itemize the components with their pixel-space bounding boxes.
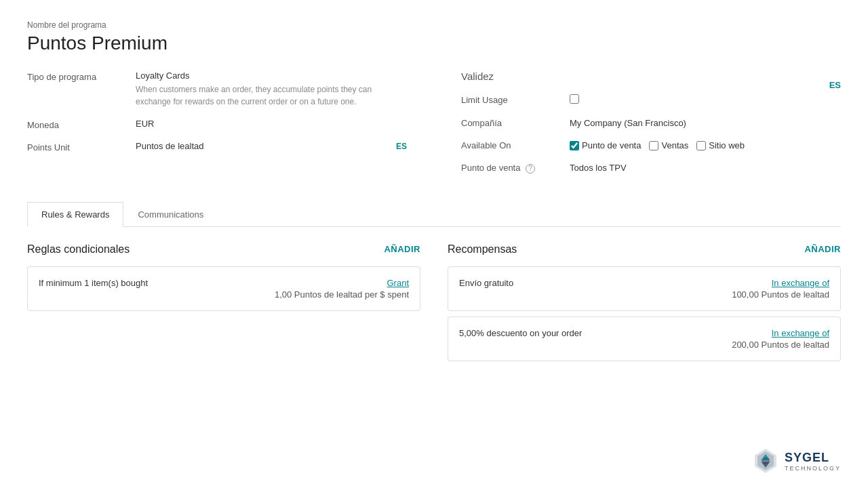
es-link-points[interactable]: ES bbox=[396, 142, 407, 151]
points-unit-with-es: Puntos de lealtad ES bbox=[136, 141, 407, 151]
reglas-header: Reglas condicionales AÑADIR bbox=[27, 243, 420, 256]
reward-exchange-link-0[interactable]: In exchange of bbox=[732, 278, 829, 288]
reward-exchange-link-1[interactable]: In exchange of bbox=[732, 328, 829, 338]
limit-usage-label: Limit Usage bbox=[461, 95, 570, 105]
logo-name: SYGEL bbox=[785, 451, 841, 465]
points-unit-value: Puntos de lealtad ES bbox=[136, 141, 407, 151]
label-ventas: Ventas bbox=[661, 140, 688, 150]
reward-right-0: In exchange of 100,00 Puntos de lealtad bbox=[732, 278, 829, 300]
compania-row: Compañía My Company (San Francisco) bbox=[461, 118, 841, 128]
logo-area: SYGEL TECHNOLOGY bbox=[752, 447, 841, 474]
sygel-logo-icon bbox=[752, 447, 779, 474]
compania-label: Compañía bbox=[461, 118, 570, 128]
reward-card-1: 5,00% descuento on your order In exchang… bbox=[448, 317, 841, 361]
program-label: Nombre del programa bbox=[27, 20, 841, 30]
logo-container: SYGEL TECHNOLOGY bbox=[752, 447, 841, 474]
validez-row: Validez bbox=[461, 70, 841, 82]
reglas-add-button[interactable]: AÑADIR bbox=[384, 244, 420, 254]
page-container: Nombre del programa Puntos Premium ES Ti… bbox=[0, 0, 868, 488]
reward-card-content-1: 5,00% descuento on your order In exchang… bbox=[459, 328, 829, 350]
right-column: Validez Limit Usage Compañía My Company … bbox=[434, 70, 841, 186]
points-unit-label: Points Unit bbox=[27, 141, 136, 152]
tooltip-icon[interactable]: ? bbox=[526, 164, 535, 174]
limit-usage-value bbox=[570, 94, 841, 106]
rule-right-0: Grant 1,00 Puntos de lealtad per $ spent bbox=[275, 278, 409, 300]
checkbox-ventas[interactable] bbox=[649, 141, 658, 150]
rule-condition-0: If minimum 1 item(s) bought bbox=[39, 278, 148, 288]
moneda-label: Moneda bbox=[27, 119, 136, 130]
available-ventas: Ventas bbox=[649, 140, 688, 150]
limit-usage-row: Limit Usage bbox=[461, 94, 841, 106]
reward-name-1: 5,00% descuento on your order bbox=[459, 328, 582, 338]
reward-card-0: Envío gratuito In exchange of 100,00 Pun… bbox=[448, 266, 841, 311]
tabs: Rules & Rewards Communications bbox=[27, 202, 841, 226]
reglas-section: Reglas condicionales AÑADIR If minimum 1… bbox=[27, 243, 448, 367]
reward-name-0: Envío gratuito bbox=[459, 278, 513, 288]
checkbox-punto-venta[interactable] bbox=[570, 141, 579, 150]
logo-text: SYGEL TECHNOLOGY bbox=[785, 451, 841, 472]
tab-rules-rewards[interactable]: Rules & Rewards bbox=[27, 202, 123, 227]
tabs-container: Rules & Rewards Communications bbox=[27, 202, 841, 227]
reward-points-0: 100,00 Puntos de lealtad bbox=[732, 289, 829, 300]
recompensas-title: Recompensas bbox=[448, 243, 517, 256]
recompensas-header: Recompensas AÑADIR bbox=[448, 243, 841, 256]
main-content: Reglas condicionales AÑADIR If minimum 1… bbox=[27, 243, 841, 367]
reward-points-1: 200,00 Puntos de lealtad bbox=[732, 340, 829, 350]
punto-venta-row: Punto de venta ? Todos los TPV bbox=[461, 163, 841, 174]
program-title: Puntos Premium bbox=[27, 33, 841, 54]
available-on-options: Punto de venta Ventas Sitio web bbox=[570, 140, 841, 150]
rule-points-0: 1,00 Puntos de lealtad per $ spent bbox=[275, 289, 409, 300]
top-section: Tipo de programa Loyalty Cards When cust… bbox=[27, 70, 841, 186]
reglas-title: Reglas condicionales bbox=[27, 243, 130, 256]
tipo-description: When customers make an order, they accum… bbox=[136, 83, 407, 108]
label-punto-venta: Punto de venta bbox=[582, 140, 641, 150]
moneda-field-row: Moneda EUR bbox=[27, 119, 407, 130]
moneda-value: EUR bbox=[136, 119, 407, 129]
recompensas-section: Recompensas AÑADIR Envío gratuito In exc… bbox=[448, 243, 841, 367]
punto-venta-label-text: Punto de venta bbox=[461, 163, 520, 173]
tipo-value-text: Loyalty Cards bbox=[136, 70, 407, 81]
available-on-row: Available On Punto de venta Ventas Sitio… bbox=[461, 140, 841, 150]
tab-communications[interactable]: Communications bbox=[123, 202, 218, 226]
points-unit-text: Puntos de lealtad bbox=[136, 141, 203, 151]
compania-value: My Company (San Francisco) bbox=[570, 118, 841, 128]
reward-card-content-0: Envío gratuito In exchange of 100,00 Pun… bbox=[459, 278, 829, 300]
label-sitio-web: Sitio web bbox=[709, 140, 745, 150]
available-on-label: Available On bbox=[461, 140, 570, 150]
checkbox-sitio-web[interactable] bbox=[696, 141, 706, 150]
reward-right-1: In exchange of 200,00 Puntos de lealtad bbox=[732, 328, 829, 350]
punto-venta-value: Todos los TPV bbox=[570, 163, 841, 173]
tipo-label: Tipo de programa bbox=[27, 70, 136, 82]
rule-grant-link-0[interactable]: Grant bbox=[275, 278, 409, 288]
rule-card-content-0: If minimum 1 item(s) bought Grant 1,00 P… bbox=[39, 278, 409, 300]
es-badge-header[interactable]: ES bbox=[829, 80, 841, 90]
left-column: Tipo de programa Loyalty Cards When cust… bbox=[27, 70, 434, 186]
tipo-value: Loyalty Cards When customers make an ord… bbox=[136, 70, 407, 108]
punto-venta-label: Punto de venta ? bbox=[461, 163, 570, 174]
recompensas-add-button[interactable]: AÑADIR bbox=[804, 244, 841, 254]
available-punto-venta: Punto de venta bbox=[570, 140, 641, 150]
limit-usage-checkbox[interactable] bbox=[570, 94, 579, 104]
rule-card-0: If minimum 1 item(s) bought Grant 1,00 P… bbox=[27, 266, 420, 311]
validez-label: Validez bbox=[461, 70, 570, 82]
available-sitio-web: Sitio web bbox=[696, 140, 745, 150]
logo-sub: TECHNOLOGY bbox=[785, 465, 841, 472]
tipo-field-row: Tipo de programa Loyalty Cards When cust… bbox=[27, 70, 407, 108]
points-unit-field-row: Points Unit Puntos de lealtad ES bbox=[27, 141, 407, 152]
